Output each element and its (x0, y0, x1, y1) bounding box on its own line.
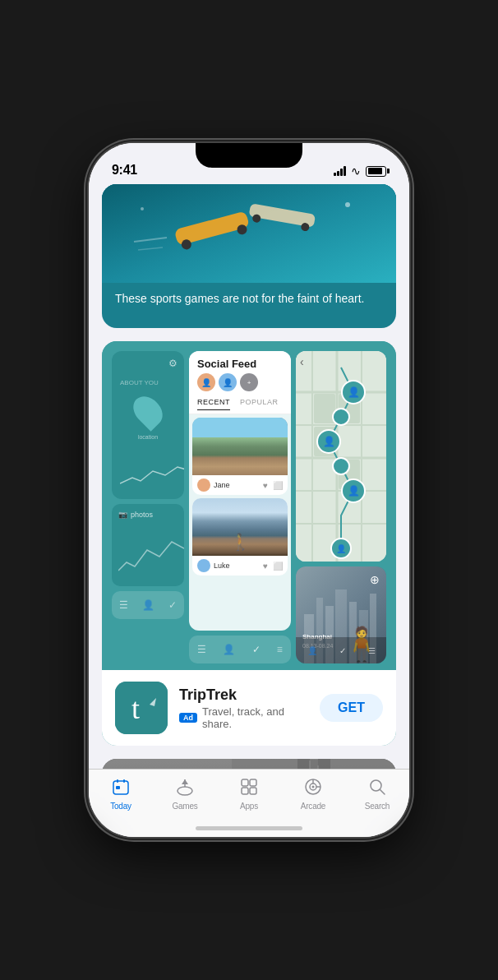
svg-point-29 (333, 409, 349, 425)
social-feed-avatars: 👤 👤 + (197, 373, 283, 391)
photo-card-shanghai: Shanghai 08.13-08.24 ⊕ 🧍 👤 ✓ ☰ (296, 566, 386, 663)
svg-marker-60 (182, 779, 188, 784)
tab-games[interactable]: Games (160, 778, 210, 811)
svg-rect-54 (113, 781, 128, 794)
social-feed-header: Social Feed 👤 👤 + (189, 351, 291, 395)
avatar-add: + (240, 373, 258, 391)
card-triptrek[interactable]: ⚙ ABOUT YOU location (102, 341, 396, 746)
feed-post-actions-2: ♥ ⬜ (263, 562, 283, 571)
preview-right: 👤 👤 👤 👤 ‹ (296, 351, 386, 663)
svg-rect-56 (123, 779, 125, 783)
tab-arcade-label: Arcade (301, 802, 326, 811)
post-name-jane: Jane (214, 481, 230, 489)
card-sports-text: These sports games are not for the faint… (102, 283, 396, 315)
triptrek-name: TripTrek (179, 686, 308, 704)
right-bottom-bar: 👤 ✓ ☰ (296, 637, 386, 663)
svg-rect-64 (250, 788, 256, 794)
avatar-1: 👤 (197, 373, 215, 391)
social-feed-card: Social Feed 👤 👤 + RECENT POPULAR (189, 351, 291, 631)
feed-post-1: Jane ♥ ⬜ (192, 418, 288, 495)
svg-text:👤: 👤 (348, 386, 360, 398)
arcade-icon (304, 778, 322, 799)
triptrek-icon: t (115, 682, 168, 734)
signal-bars-icon (334, 166, 346, 176)
map-bg: 👤 👤 👤 👤 ‹ (296, 351, 386, 562)
feed-post-actions-1: ♥ ⬜ (263, 481, 283, 490)
wifi-icon: ∿ (351, 164, 361, 178)
add-icon: ⊕ (370, 573, 380, 586)
svg-point-10 (345, 202, 350, 207)
bookmark-icon[interactable]: ⬜ (273, 481, 283, 490)
feed-tab-popular[interactable]: POPULAR (240, 398, 279, 410)
driving-bg: WHAT WE'RE PLAYING Jump Into the Driver'… (102, 759, 396, 769)
tab-search-label: Search (365, 802, 390, 811)
svg-point-27 (333, 458, 349, 474)
heart-icon-2[interactable]: ♥ (263, 562, 268, 571)
feed-post-user-2: Luke (197, 559, 230, 572)
tab-today[interactable]: Today (96, 778, 145, 811)
card-sports-description: These sports games are not for the faint… (115, 291, 383, 307)
svg-rect-43 (115, 682, 168, 734)
preview-left: ⚙ ABOUT YOU location (112, 351, 184, 663)
feed-post-user-1: Jane (197, 478, 230, 492)
feed-tabs: RECENT POPULAR (189, 395, 291, 414)
post-avatar-luke (197, 559, 210, 572)
get-button[interactable]: GET (320, 694, 383, 722)
phone-frame: 9:41 ∿ (89, 143, 409, 837)
status-icons: ∿ (334, 164, 386, 178)
svg-point-58 (178, 787, 192, 795)
post-avatar-jane (197, 478, 210, 492)
feed-post-2: 🚶 Luke ♥ (192, 498, 288, 576)
tab-apps[interactable]: Apps (224, 778, 274, 811)
tab-today-label: Today (110, 802, 131, 811)
left-bottom-bar: ☰ 👤 ✓ (112, 591, 184, 619)
bookmark-icon-2[interactable]: ⬜ (273, 562, 283, 571)
feed-post-info-2: Luke ♥ ⬜ (192, 556, 288, 576)
search-icon (368, 778, 386, 799)
triptrek-tagline: Travel, track, and share. (202, 705, 308, 730)
ad-badge: Ad (179, 713, 197, 723)
games-icon (176, 778, 194, 799)
feed-post-img-1 (192, 418, 288, 475)
tab-search[interactable]: Search (353, 778, 402, 811)
triptrek-details: TripTrek Ad Travel, track, and share. (179, 686, 308, 730)
post-name-luke: Luke (214, 562, 230, 570)
svg-rect-47 (310, 759, 318, 769)
svg-text:👤: 👤 (323, 435, 335, 447)
today-icon (112, 778, 130, 799)
svg-rect-62 (250, 779, 256, 786)
svg-rect-21 (314, 394, 335, 423)
photos-section: 📷 photos (112, 504, 184, 586)
center-bottom-bar: ☰ 👤 ✓ ≡ (189, 636, 291, 663)
avatar-2: 👤 (219, 373, 237, 391)
heart-icon[interactable]: ♥ (263, 481, 268, 490)
tab-arcade[interactable]: Arcade (288, 778, 338, 811)
svg-rect-55 (117, 779, 118, 783)
svg-point-67 (312, 786, 315, 788)
svg-text:👤: 👤 (336, 543, 347, 554)
feed-tab-recent[interactable]: RECENT (197, 398, 230, 410)
svg-text:t: t (131, 692, 140, 725)
svg-text:‹: ‹ (300, 355, 304, 368)
svg-rect-63 (242, 788, 248, 794)
svg-rect-61 (242, 779, 248, 786)
card-sports: These sports games are not for the faint… (102, 184, 396, 328)
svg-rect-57 (116, 786, 120, 789)
photos-label: 📷 photos (118, 511, 178, 519)
scroll-content[interactable]: These sports games are not for the faint… (89, 184, 409, 769)
svg-line-71 (380, 790, 385, 795)
screen: 9:41 ∿ (89, 143, 409, 837)
battery-icon (366, 166, 386, 177)
card-driving: WHAT WE'RE PLAYING Jump Into the Driver'… (102, 759, 396, 769)
gear-icon: ⚙ (168, 358, 178, 369)
status-time: 9:41 (112, 163, 137, 178)
svg-point-11 (141, 207, 144, 210)
about-you-text: ABOUT YOU (120, 379, 176, 386)
svg-text:👤: 👤 (348, 484, 360, 497)
home-indicator (196, 826, 302, 830)
triptrek-info: t TripTrek Ad Travel, track, and share. … (102, 670, 396, 746)
triptrek-meta: Ad Travel, track, and share. (179, 705, 308, 730)
feed-post-img-2: 🚶 (192, 498, 288, 556)
svg-rect-1 (102, 184, 396, 283)
social-feed-title: Social Feed (197, 358, 283, 370)
